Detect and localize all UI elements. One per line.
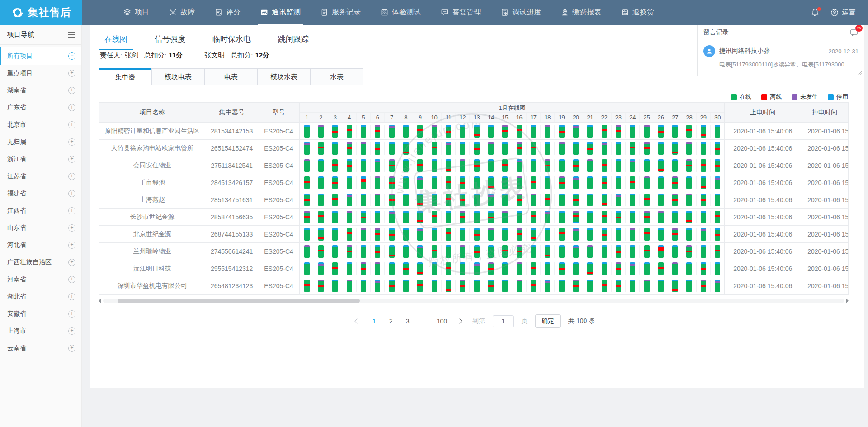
- day-status-cell[interactable]: [470, 280, 484, 292]
- nav-item-reply[interactable]: 答复管理: [441, 0, 481, 25]
- nav-item-fault[interactable]: 故障: [169, 0, 195, 25]
- day-status-cell[interactable]: [626, 211, 640, 223]
- day-status-cell[interactable]: [470, 211, 484, 223]
- day-status-cell[interactable]: [711, 262, 724, 275]
- menu-collapse-icon[interactable]: [68, 31, 75, 39]
- day-status-cell[interactable]: [413, 245, 427, 258]
- notification-bell-icon[interactable]: [811, 8, 820, 17]
- day-status-cell[interactable]: [456, 176, 470, 189]
- day-status-cell[interactable]: [682, 211, 696, 223]
- expand-circle-icon[interactable]: +: [68, 138, 75, 146]
- day-status-cell[interactable]: [442, 159, 456, 172]
- day-status-cell[interactable]: [385, 211, 399, 223]
- day-status-cell[interactable]: [427, 262, 441, 275]
- day-status-cell[interactable]: [541, 211, 555, 223]
- day-status-cell[interactable]: [314, 159, 328, 172]
- scrollbar-thumb[interactable]: [118, 299, 360, 303]
- day-status-cell[interactable]: [541, 228, 555, 241]
- day-status-cell[interactable]: [470, 262, 484, 275]
- day-status-cell[interactable]: [484, 211, 498, 223]
- day-status-cell[interactable]: [597, 211, 611, 223]
- day-status-cell[interactable]: [541, 125, 555, 138]
- day-status-cell[interactable]: [612, 245, 626, 258]
- day-status-cell[interactable]: [456, 194, 470, 206]
- scrollbar-track[interactable]: [103, 299, 844, 303]
- day-status-cell[interactable]: [371, 176, 385, 189]
- day-status-cell[interactable]: [371, 159, 385, 172]
- nav-item-score[interactable]: 评分: [215, 0, 241, 25]
- day-status-cell[interactable]: [498, 280, 512, 292]
- day-status-cell[interactable]: [668, 280, 682, 292]
- sidebar-item[interactable]: 湖北省+: [0, 288, 81, 305]
- day-status-cell[interactable]: [385, 142, 399, 155]
- day-status-cell[interactable]: [512, 176, 526, 189]
- sidebar-item[interactable]: 北京市+: [0, 116, 81, 133]
- day-status-cell[interactable]: [385, 228, 399, 241]
- prev-page-button[interactable]: [352, 316, 362, 326]
- day-status-cell[interactable]: [427, 211, 441, 223]
- day-status-cell[interactable]: [314, 125, 328, 138]
- day-status-cell[interactable]: [385, 176, 399, 189]
- day-status-cell[interactable]: [470, 245, 484, 258]
- day-status-cell[interactable]: [640, 142, 654, 155]
- day-status-cell[interactable]: [569, 245, 583, 258]
- expand-circle-icon[interactable]: +: [68, 121, 75, 128]
- tab-temp-supply[interactable]: 临时保水电: [207, 30, 257, 50]
- day-status-cell[interactable]: [541, 245, 555, 258]
- day-status-cell[interactable]: [357, 159, 371, 172]
- day-status-cell[interactable]: [668, 211, 682, 223]
- day-status-cell[interactable]: [654, 262, 668, 275]
- day-status-cell[interactable]: [413, 211, 427, 223]
- expand-circle-icon[interactable]: +: [68, 310, 75, 318]
- day-status-cell[interactable]: [413, 262, 427, 275]
- day-status-cell[interactable]: [300, 228, 314, 241]
- day-status-cell[interactable]: [300, 211, 314, 223]
- day-status-cell[interactable]: [555, 176, 569, 189]
- nav-item-comm[interactable]: 通讯监测: [260, 0, 301, 25]
- day-status-cell[interactable]: [484, 125, 498, 138]
- day-status-cell[interactable]: [484, 176, 498, 189]
- day-status-cell[interactable]: [597, 159, 611, 172]
- day-status-cell[interactable]: [300, 142, 314, 155]
- day-status-cell[interactable]: [498, 262, 512, 275]
- sidebar-item[interactable]: 河北省+: [0, 237, 81, 254]
- day-status-cell[interactable]: [541, 159, 555, 172]
- day-status-cell[interactable]: [612, 262, 626, 275]
- day-status-cell[interactable]: [442, 280, 456, 292]
- page-number[interactable]: 3: [403, 318, 412, 325]
- day-status-cell[interactable]: [569, 194, 583, 206]
- day-status-cell[interactable]: [612, 211, 626, 223]
- day-status-cell[interactable]: [668, 194, 682, 206]
- day-status-cell[interactable]: [527, 245, 541, 258]
- day-status-cell[interactable]: [399, 211, 413, 223]
- day-status-cell[interactable]: [597, 245, 611, 258]
- day-status-cell[interactable]: [385, 280, 399, 292]
- day-status-cell[interactable]: [512, 228, 526, 241]
- day-status-cell[interactable]: [314, 142, 328, 155]
- day-status-cell[interactable]: [498, 211, 512, 223]
- day-status-cell[interactable]: [413, 125, 427, 138]
- day-status-cell[interactable]: [668, 176, 682, 189]
- day-status-cell[interactable]: [371, 211, 385, 223]
- day-status-cell[interactable]: [427, 194, 441, 206]
- day-status-cell[interactable]: [640, 159, 654, 172]
- subtab-module-water-meter[interactable]: 模块水表: [257, 68, 311, 85]
- day-status-cell[interactable]: [697, 280, 711, 292]
- day-status-cell[interactable]: [711, 228, 724, 241]
- tab-signal-strength[interactable]: 信号强度: [149, 30, 191, 50]
- day-status-cell[interactable]: [626, 228, 640, 241]
- day-status-cell[interactable]: [612, 125, 626, 138]
- day-status-cell[interactable]: [626, 159, 640, 172]
- day-status-cell[interactable]: [484, 159, 498, 172]
- day-status-cell[interactable]: [328, 125, 342, 138]
- day-status-cell[interactable]: [427, 228, 441, 241]
- day-status-cell[interactable]: [328, 159, 342, 172]
- day-status-cell[interactable]: [626, 194, 640, 206]
- day-status-cell[interactable]: [399, 194, 413, 206]
- day-status-cell[interactable]: [413, 194, 427, 206]
- day-status-cell[interactable]: [342, 228, 356, 241]
- day-status-cell[interactable]: [527, 280, 541, 292]
- sidebar-item[interactable]: 江苏省+: [0, 168, 81, 185]
- day-status-cell[interactable]: [612, 228, 626, 241]
- day-status-cell[interactable]: [314, 176, 328, 189]
